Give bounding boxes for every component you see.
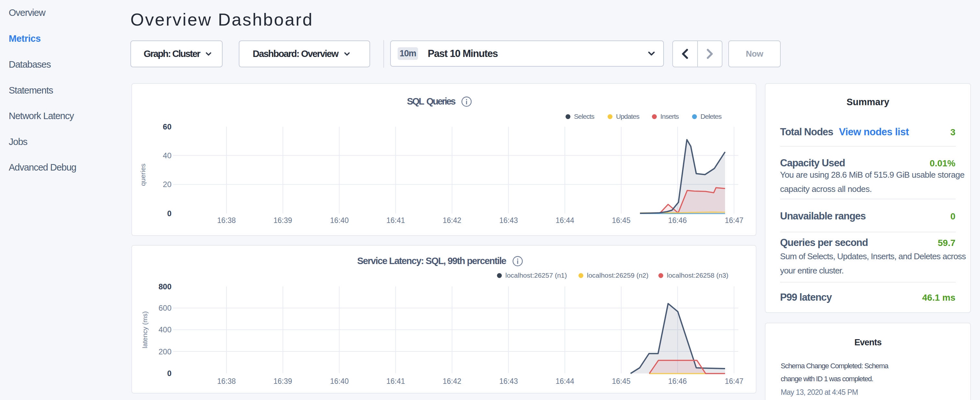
svg-text:latency (ms): latency (ms) xyxy=(141,311,148,348)
svg-text:16:42: 16:42 xyxy=(442,377,461,386)
svg-text:16:38: 16:38 xyxy=(217,216,236,225)
svg-text:600: 600 xyxy=(159,304,172,312)
svg-text:0: 0 xyxy=(167,369,172,378)
svg-text:16:46: 16:46 xyxy=(668,377,687,386)
svg-text:40: 40 xyxy=(163,151,172,160)
svg-text:16:45: 16:45 xyxy=(612,216,631,225)
svg-text:16:47: 16:47 xyxy=(725,377,743,386)
svg-text:60: 60 xyxy=(163,122,172,131)
svg-text:16:46: 16:46 xyxy=(668,216,687,225)
svg-text:16:41: 16:41 xyxy=(386,216,405,225)
svg-text:16:41: 16:41 xyxy=(386,377,405,386)
svg-text:queries: queries xyxy=(139,164,146,186)
svg-text:16:45: 16:45 xyxy=(612,377,631,386)
svg-text:16:44: 16:44 xyxy=(555,216,574,225)
svg-text:16:38: 16:38 xyxy=(217,377,236,386)
svg-text:0: 0 xyxy=(167,209,172,218)
svg-text:400: 400 xyxy=(159,325,172,334)
svg-text:16:42: 16:42 xyxy=(442,216,461,225)
svg-text:16:43: 16:43 xyxy=(499,216,518,225)
svg-text:800: 800 xyxy=(159,282,172,291)
svg-text:16:40: 16:40 xyxy=(330,377,349,386)
svg-text:16:44: 16:44 xyxy=(555,377,574,386)
svg-text:16:39: 16:39 xyxy=(274,377,292,386)
svg-text:16:39: 16:39 xyxy=(274,216,292,225)
svg-text:200: 200 xyxy=(159,347,172,356)
svg-text:16:40: 16:40 xyxy=(330,216,349,225)
svg-text:16:43: 16:43 xyxy=(499,377,518,386)
svg-text:16:47: 16:47 xyxy=(725,216,743,225)
svg-text:20: 20 xyxy=(163,180,172,189)
